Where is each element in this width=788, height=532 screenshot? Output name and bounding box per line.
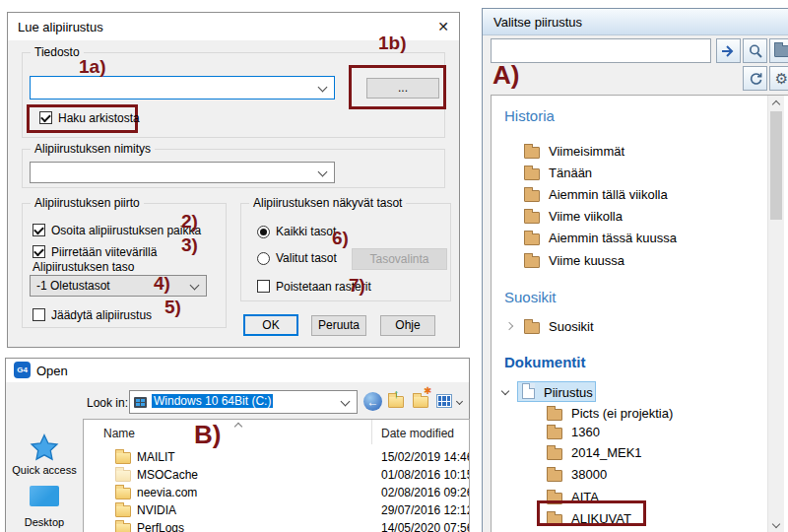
up-arrow-icon: ↑	[393, 386, 400, 401]
refresh-button[interactable]	[743, 66, 767, 91]
tree-item-label[interactable]: 2014_MEK1	[571, 445, 642, 460]
chevron-down-icon[interactable]	[318, 167, 328, 177]
file-date: 14/05/2020 07:56	[381, 521, 470, 532]
dialog-title: Lue alipiirustus	[18, 20, 103, 34]
arrow-right-icon	[720, 43, 738, 59]
tree-item-label[interactable]: Viime kuussa	[549, 253, 624, 268]
tree-item-label[interactable]: Suosikit	[549, 319, 594, 334]
annotation-1b: 1b)	[378, 33, 407, 54]
tree-item-label[interactable]: 38000	[571, 467, 607, 482]
haku-arkistosta-checkbox[interactable]	[39, 111, 52, 124]
annotation-5: 5)	[164, 297, 181, 318]
new-folder-icon[interactable]	[413, 396, 428, 408]
kaikki-tasot-radio[interactable]	[257, 226, 270, 238]
section-header-suosikit: Suosikit	[504, 289, 557, 305]
haku-arkistosta-label: Haku arkistosta	[58, 111, 140, 125]
sidebar-item-desktop[interactable]: Desktop	[8, 483, 81, 532]
close-icon[interactable]: ✕	[437, 20, 449, 33]
folder-icon	[524, 322, 540, 334]
sidebar-item-quick-access[interactable]: Quick access	[8, 432, 81, 476]
tree-item-label[interactable]: Viime viikolla	[549, 209, 623, 224]
panel-titlebar[interactable]: Valitse piirustus	[483, 9, 788, 35]
column-separator[interactable]	[371, 420, 372, 444]
search-icon	[748, 43, 763, 59]
folder-icon	[547, 409, 562, 421]
group-nimitys: Alipiirustuksen nimitys	[22, 149, 445, 188]
tree-item-label[interactable]: Aiemmin tässä kuussa	[549, 231, 677, 245]
panel-valitse-piirustus: Valitse piirustus ⚙ A) Historia Viimeisi…	[482, 8, 788, 532]
annotation-3: 3)	[181, 234, 198, 256]
app-icon: G4	[14, 362, 31, 378]
column-header-date[interactable]: Date modified	[381, 427, 454, 440]
file-date: 15/02/2019 14:46	[381, 450, 470, 464]
taso-dropdown[interactable]: -1 Oletustasot	[30, 275, 207, 297]
file-name[interactable]: MAILIT	[137, 450, 175, 464]
tree-item-label[interactable]: Picts (ei projektia)	[571, 406, 673, 421]
screenshot-root: Lue alipiirustus ✕ Tiedosto 1a) ... Haku…	[0, 0, 788, 532]
nimitys-combobox[interactable]	[30, 162, 335, 183]
gear-icon: ⚙	[775, 71, 788, 86]
open-dialog-title: Open	[36, 364, 68, 378]
group-nakyvat-legend: Alipiirustuksen näkyvät tasot	[249, 196, 406, 210]
look-in-combobox[interactable]: Windows 10 64Bit (C:)	[129, 390, 358, 414]
scroll-down-icon[interactable]	[772, 520, 780, 528]
desktop-label: Desktop	[8, 516, 81, 528]
column-header-name[interactable]: Name	[103, 427, 135, 440]
file-date: 02/08/2016 09:26	[381, 486, 470, 499]
search-input[interactable]	[491, 38, 711, 63]
file-combobox[interactable]	[30, 76, 335, 100]
tasovalinta-button[interactable]: Tasovalinta	[352, 248, 447, 270]
views-dropdown-chevron-icon[interactable]	[456, 398, 463, 405]
desktop-monitor-icon	[30, 486, 59, 506]
chevron-down-icon[interactable]	[341, 397, 351, 407]
viitevari-checkbox[interactable]	[33, 245, 45, 258]
file-name[interactable]: neevia.com	[137, 486, 197, 499]
vertical-scrollbar[interactable]	[767, 96, 784, 532]
kaikki-tasot-label: Kaikki tasot	[276, 225, 336, 238]
folder-icon	[524, 212, 540, 224]
file-name[interactable]: NVIDIA	[137, 503, 176, 517]
folder-icon	[115, 523, 131, 532]
jaadyta-checkbox[interactable]	[33, 308, 45, 321]
chevron-down-icon[interactable]	[190, 281, 200, 291]
tree-item-label[interactable]: Tänään	[549, 166, 592, 180]
folder-icon	[524, 233, 540, 245]
file-name[interactable]: MSOCache	[137, 468, 198, 482]
settings-button[interactable]: ⚙	[769, 66, 788, 91]
annotation-2: 2)	[181, 211, 198, 233]
folder-icon	[115, 470, 131, 482]
chevron-down-icon[interactable]	[318, 83, 328, 93]
cancel-button[interactable]: Peruuta	[311, 315, 366, 336]
tree-item-label[interactable]: Piirustus	[544, 385, 593, 400]
ok-button[interactable]: OK	[243, 314, 298, 336]
folder-icon	[115, 452, 131, 464]
osoita-paikka-checkbox[interactable]	[33, 224, 45, 236]
open-folder-button[interactable]	[769, 38, 788, 63]
group-tiedosto-legend: Tiedosto	[31, 45, 84, 59]
browse-button[interactable]: ...	[366, 78, 439, 99]
tree-item-label[interactable]: 1360	[571, 425, 600, 439]
file-name[interactable]: PerfLogs	[137, 521, 184, 532]
chevron-right-icon[interactable]	[505, 322, 513, 330]
viitevari-label: Piirretään viitevärillä	[51, 245, 157, 259]
scroll-up-icon[interactable]	[772, 100, 780, 108]
search-button[interactable]	[743, 38, 767, 63]
annotation-1a: 1a)	[79, 56, 105, 78]
tree-item-label[interactable]: Aiemmin tällä viikolla	[549, 187, 668, 202]
help-button[interactable]: Ohje	[380, 315, 435, 336]
taso-label: Alipiirustuksen taso	[33, 260, 134, 274]
osoita-paikka-label: Osoita alipiirustuksen paikka	[51, 224, 201, 237]
rasterit-checkbox[interactable]	[257, 280, 270, 293]
go-button[interactable]	[716, 38, 741, 63]
chevron-down-icon[interactable]	[501, 387, 509, 395]
sort-ascending-icon[interactable]	[234, 423, 242, 431]
valitut-tasot-radio[interactable]	[257, 252, 270, 265]
views-menu-icon[interactable]	[436, 394, 452, 408]
scrollbar-thumb[interactable]	[770, 111, 782, 220]
taso-dropdown-value: -1 Oletustasot	[36, 279, 110, 293]
tree-item-label[interactable]: Viimeisimmät	[549, 144, 624, 159]
open-titlebar[interactable]: G4 Open	[6, 359, 469, 382]
drawing-tree: Historia Viimeisimmät Tänään Aiemmin täl…	[491, 95, 788, 532]
back-icon[interactable]: ←	[363, 392, 382, 411]
disk-drive-icon	[134, 397, 147, 408]
